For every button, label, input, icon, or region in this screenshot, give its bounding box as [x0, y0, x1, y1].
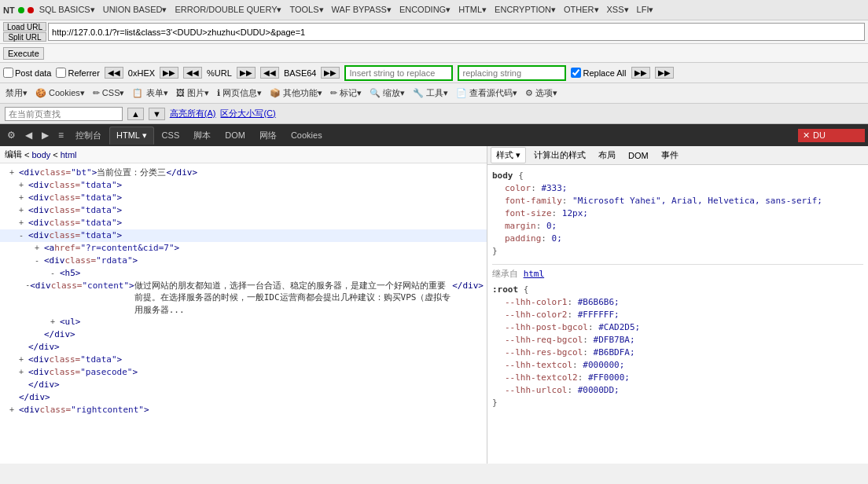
replace-all-checkbox[interactable]	[571, 68, 581, 78]
menu-error-double[interactable]: ERROR/DOUBLE QUERY▾	[172, 4, 284, 16]
insert-string-input[interactable]	[344, 65, 453, 81]
devtools-settings-icon[interactable]: ⚙	[3, 127, 20, 143]
toolbar-zoom[interactable]: 🔍 缩放▾	[367, 86, 407, 100]
dom-line[interactable]: + <ul>	[0, 316, 487, 328]
dom-line[interactable]: + <div class= "pasecode" >	[0, 366, 487, 379]
expand-btn[interactable]: +	[19, 179, 28, 192]
split-url-button[interactable]: Split URL	[3, 32, 46, 42]
toolbar-forms[interactable]: 📋 表单▾	[130, 86, 170, 100]
toolbar-images[interactable]: 🖼 图片▾	[174, 86, 211, 100]
toolbar-options[interactable]: ⚙ 选项▾	[523, 86, 560, 100]
tab-network[interactable]: 网络	[253, 126, 283, 145]
toolbar-cookies[interactable]: 🍪 Cookies▾	[33, 87, 87, 99]
dom-line[interactable]: + <div class= "tdata" >	[0, 354, 487, 366]
find-input[interactable]	[5, 107, 123, 121]
breadcrumb-body[interactable]: body	[31, 150, 50, 160]
dom-line[interactable]: - <div class= "tdata" >	[0, 229, 487, 242]
find-up-button[interactable]: ▲	[127, 108, 144, 120]
load-url-button[interactable]: Load URL	[3, 22, 46, 31]
dom-line[interactable]: </div>	[0, 379, 487, 391]
menu-sql-basics[interactable]: SQL BASICS▾	[37, 4, 97, 16]
menu-lfi[interactable]: LFI▾	[634, 4, 657, 16]
toolbar-source[interactable]: 📄 查看源代码▾	[454, 86, 520, 100]
case-sensitive-option[interactable]: 区分大小写(C)	[220, 108, 275, 119]
dom-line[interactable]: + <div class= "tdata" >	[0, 204, 487, 217]
dom-line[interactable]: </div>	[0, 328, 487, 341]
replacing-string-input[interactable]	[458, 65, 566, 81]
toolbar-disable[interactable]: 禁用▾	[3, 86, 30, 100]
expand-btn[interactable]: -	[35, 255, 44, 267]
replace-all-label[interactable]: Replace All	[571, 68, 626, 78]
expand-btn[interactable]: +	[19, 204, 28, 217]
toolbar-mark[interactable]: ✏ 标记▾	[328, 86, 364, 100]
styles-tab-computed[interactable]: 计算出的样式	[529, 148, 590, 163]
dom-line[interactable]: + <div class= "tdata" >	[0, 217, 487, 229]
replace-right-arrow2[interactable]: ▶▶	[655, 67, 674, 79]
devtools-forward-icon[interactable]: ▶	[38, 127, 53, 143]
dom-line[interactable]: </div>	[0, 341, 487, 354]
replace-right-arrow[interactable]: ▶▶	[631, 67, 650, 79]
url-right-arrow[interactable]: ▶▶	[237, 67, 256, 79]
post-data-label[interactable]: Post data	[3, 68, 51, 78]
tab-css[interactable]: CSS	[156, 127, 186, 143]
dom-line[interactable]: </div>	[0, 391, 487, 404]
referrer-label[interactable]: Referrer	[56, 68, 99, 78]
base64-left-arrow[interactable]: ◀◀	[260, 67, 279, 79]
execute-button[interactable]: Execute	[3, 47, 44, 60]
toolbar-page-info[interactable]: ℹ 网页信息▾	[215, 86, 264, 100]
expand-btn[interactable]: -	[19, 229, 28, 242]
devtools-search-input[interactable]	[813, 130, 860, 140]
close-search-icon[interactable]: ✕	[803, 130, 810, 141]
toolbar-other-features[interactable]: 📦 其他功能▾	[267, 86, 325, 100]
styles-tab-styles[interactable]: 样式 ▾	[491, 147, 526, 163]
hex-right-arrow[interactable]: ▶▶	[160, 67, 178, 79]
find-down-button[interactable]: ▼	[149, 108, 165, 120]
expand-btn[interactable]: +	[19, 366, 28, 379]
referrer-checkbox[interactable]	[56, 68, 66, 78]
expand-btn[interactable]: +	[9, 167, 19, 179]
url-input[interactable]	[48, 23, 865, 41]
tab-html[interactable]: HTML ▾	[109, 126, 154, 145]
tab-cookies[interactable]: Cookies	[285, 127, 329, 143]
toolbar-tools[interactable]: 🔧 工具▾	[410, 86, 451, 100]
expand-btn[interactable]: -	[50, 267, 60, 280]
dom-line[interactable]: - <div class= "rdata" >	[0, 255, 487, 267]
expand-btn[interactable]: +	[19, 192, 28, 204]
expand-btn[interactable]: +	[35, 242, 44, 255]
inherited-html-link[interactable]: html	[524, 269, 545, 279]
expand-btn[interactable]: +	[50, 316, 60, 328]
expand-btn[interactable]: +	[19, 217, 28, 229]
dom-line[interactable]: - <h5>	[0, 267, 487, 280]
expand-btn[interactable]: +	[9, 404, 19, 416]
styles-tab-layout[interactable]: 布局	[594, 148, 620, 163]
base64-right-arrow[interactable]: ▶▶	[321, 67, 340, 79]
dom-line[interactable]: + <a href= "?r=content&cid=7" >	[0, 242, 487, 255]
highlight-all-option[interactable]: 高亮所有(A)	[170, 108, 216, 119]
tab-script[interactable]: 脚本	[187, 126, 217, 145]
tab-dom[interactable]: DOM	[219, 127, 252, 143]
expand-btn[interactable]: +	[19, 354, 28, 366]
url-left-arrow[interactable]: ◀◀	[183, 67, 202, 79]
devtools-back-icon[interactable]: ◀	[21, 127, 36, 143]
toolbar-css[interactable]: ✏ CSS▾	[90, 87, 127, 99]
menu-union-based[interactable]: UNION BASED▾	[101, 4, 170, 16]
menu-waf-bypass[interactable]: WAF BYPASS▾	[329, 4, 394, 16]
menu-encoding[interactable]: ENCODING▾	[397, 4, 453, 16]
styles-tab-events[interactable]: 事件	[657, 148, 683, 163]
hex-left-arrow[interactable]: ◀◀	[105, 67, 123, 79]
tab-console[interactable]: 控制台	[69, 126, 108, 145]
dom-line[interactable]: + <div class= "tdata" >	[0, 179, 487, 192]
menu-tools[interactable]: TOOLS▾	[287, 4, 326, 16]
menu-encryption[interactable]: ENCRYPTION▾	[492, 4, 558, 16]
styles-tab-dom[interactable]: DOM	[623, 149, 653, 162]
dom-line[interactable]: + <div class= "bt" > 当前位置：分类三 </div>	[0, 167, 487, 179]
menu-other[interactable]: OTHER▾	[561, 4, 601, 16]
dom-line[interactable]: + <div class= "tdata" >	[0, 192, 487, 204]
post-data-checkbox[interactable]	[3, 68, 13, 78]
menu-xss[interactable]: XSS▾	[605, 4, 631, 16]
breadcrumb-html[interactable]: html	[61, 150, 77, 160]
menu-html[interactable]: HTML▾	[456, 4, 489, 16]
dom-line[interactable]: - <div class= "content" > 做过网站的朋友都知道，选择一…	[0, 280, 487, 316]
devtools-menu-icon[interactable]: ≡	[54, 127, 68, 143]
dom-line[interactable]: + <div class= "rightcontent" >	[0, 404, 487, 416]
